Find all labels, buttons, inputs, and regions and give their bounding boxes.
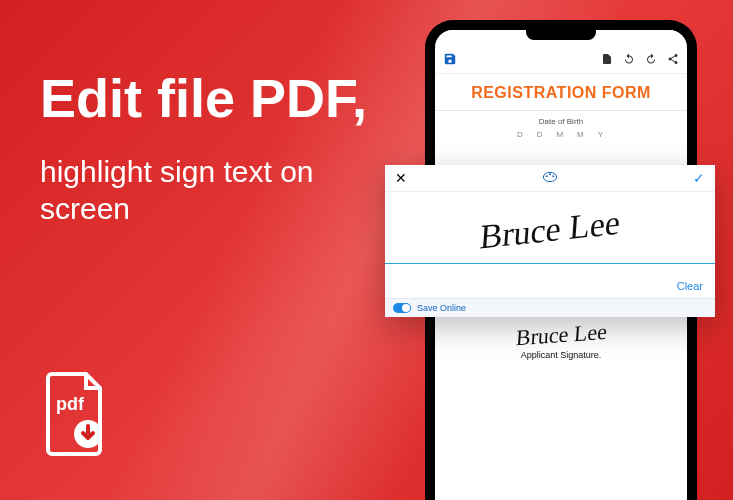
signature-area: Bruce Lee Applicant Signature.: [435, 316, 687, 370]
promo-text-block: Edit file PDF, highlight sign text on sc…: [40, 70, 380, 228]
save-online-label: Save Online: [417, 303, 466, 313]
dob-slot: M: [577, 130, 586, 139]
dob-label: Date of Birth: [445, 117, 677, 126]
popup-topbar: ✕ ✓: [385, 165, 715, 192]
form-title: REGISTRATION FORM: [435, 74, 687, 110]
dob-slot: D: [517, 130, 525, 139]
dob-slot: D: [537, 130, 545, 139]
app-topbar: [435, 46, 687, 74]
svg-point-3: [549, 173, 551, 175]
palette-icon[interactable]: [542, 171, 558, 186]
dob-slot: M: [556, 130, 565, 139]
promo-subline: highlight sign text on screen: [40, 153, 380, 228]
popup-confirm-button[interactable]: ✓: [693, 170, 705, 186]
phone-notch: [526, 30, 596, 40]
svg-point-4: [552, 175, 554, 177]
pdf-download-icon: pdf: [40, 372, 112, 460]
dob-slot: Y: [598, 130, 605, 139]
signature-popup: ✕ ✓ Bruce Lee Clear Save Online: [385, 165, 715, 317]
popup-close-button[interactable]: ✕: [395, 170, 407, 186]
svg-point-2: [546, 175, 548, 177]
signature-baseline: [385, 263, 715, 264]
applicant-signature: Bruce Lee: [515, 319, 608, 352]
save-icon[interactable]: [443, 52, 457, 68]
promo-headline: Edit file PDF,: [40, 70, 380, 127]
pdf-icon-label: pdf: [56, 394, 85, 414]
clear-button[interactable]: Clear: [385, 278, 715, 298]
dob-slots[interactable]: D D M M Y: [445, 130, 677, 139]
document-icon[interactable]: [601, 53, 613, 67]
signature-canvas[interactable]: Bruce Lee: [385, 192, 715, 278]
save-online-row: Save Online: [385, 298, 715, 317]
undo-icon[interactable]: [623, 53, 635, 67]
save-online-toggle[interactable]: [393, 303, 411, 313]
form-row-dob: Date of Birth D D M M Y: [435, 110, 687, 145]
drawn-signature: Bruce Lee: [479, 203, 622, 256]
share-icon[interactable]: [667, 53, 679, 67]
status-bar: [435, 30, 687, 46]
redo-icon[interactable]: [645, 53, 657, 67]
signature-caption: Applicant Signature.: [435, 350, 687, 360]
